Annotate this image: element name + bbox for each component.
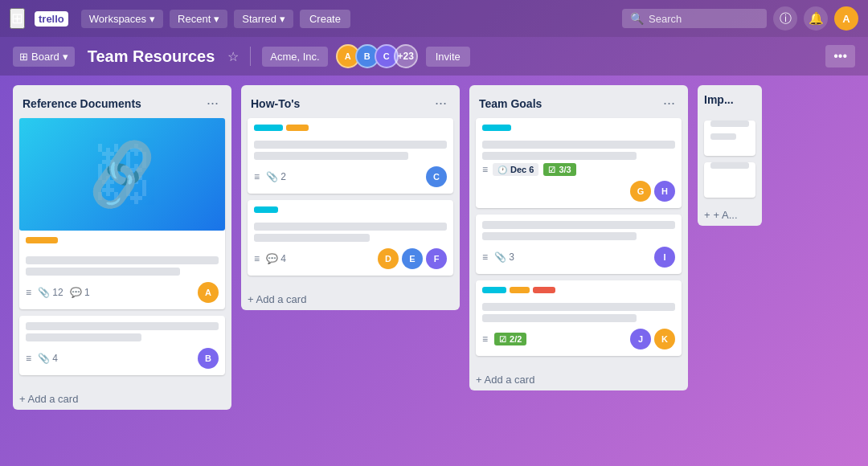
grid-icon[interactable]: ⊞ (10, 8, 25, 29)
card-date-badge-5: 🕐 Dec 6 (493, 163, 538, 176)
notifications-button[interactable]: 🔔 (804, 6, 828, 31)
board-area: Reference Documents ··· ⛓ 🔗 ≡ 📎 12 (0, 76, 868, 466)
card-avatars-row-5: G H (482, 181, 675, 202)
plus-icon-partial: + (704, 209, 710, 221)
card-meta-7: ≡ ☑ 2/2 J K (482, 329, 675, 350)
member-count[interactable]: +23 (394, 44, 418, 68)
card-description-icon-6: ≡ (482, 251, 488, 263)
column-body-team-goals: ≡ 🕐 Dec 6 ☑ 3/3 G H (469, 118, 688, 369)
column-menu-team-goals[interactable]: ··· (660, 93, 678, 113)
column-reference-documents: Reference Documents ··· ⛓ 🔗 ≡ 📎 12 (13, 85, 231, 410)
card-meta-left-1: ≡ 📎 12 💬 1 (26, 287, 90, 298)
column-menu-ref-docs[interactable]: ··· (203, 93, 222, 113)
workspace-button[interactable]: Acme, Inc. (262, 47, 327, 67)
card-avatar-1[interactable]: A (198, 282, 219, 303)
card-meta-6: ≡ 📎 3 I (482, 247, 675, 268)
column-header-team-goals: Team Goals ··· (469, 85, 688, 118)
column-body-how-tos: ≡ 📎 2 C ≡ 💬 4 (241, 118, 460, 288)
card-meta-3: ≡ 📎 2 C (254, 166, 447, 187)
partial-line-1a (710, 121, 749, 127)
column-menu-how-tos[interactable]: ··· (432, 93, 450, 113)
column-title-how-tos: How-To's (251, 97, 300, 110)
card-title-line-3a (254, 141, 447, 149)
card-description-icon-4: ≡ (254, 253, 260, 264)
card-badges-5: ≡ 🕐 Dec 6 ☑ 3/3 (482, 163, 675, 176)
card-avatar-2[interactable]: B (198, 348, 219, 369)
partial-add-card[interactable]: + + A... (698, 204, 762, 226)
card-avatar-4c[interactable]: F (426, 248, 447, 269)
card-title-line-3b (254, 152, 408, 160)
card-title-line-1b (26, 268, 180, 276)
more-options-button[interactable]: ••• (825, 45, 855, 67)
card-4[interactable]: ≡ 💬 4 D E F (248, 200, 453, 276)
card-label-red-7 (533, 287, 555, 293)
partial-card-1[interactable] (704, 121, 755, 156)
card-title-line-4a (254, 223, 447, 231)
search-bar[interactable]: 🔍 Search (622, 9, 767, 28)
card-meta-1: ≡ 📎 12 💬 1 A (26, 282, 219, 303)
card-avatars-5: G H (630, 181, 675, 202)
board-title: Team Resources (83, 47, 220, 66)
recent-menu[interactable]: Recent ▾ (170, 10, 227, 28)
card-meta-2: ≡ 📎 4 B (26, 348, 219, 369)
partial-line-1b (710, 133, 736, 140)
board-view-icon: ⊞ (19, 51, 28, 63)
search-label: Search (649, 13, 682, 25)
add-card-ref-docs[interactable]: + Add a card (13, 388, 231, 410)
card-avatar-4a[interactable]: D (378, 248, 399, 269)
card-avatar-5b[interactable]: H (654, 181, 675, 202)
workspaces-menu[interactable]: Workspaces ▾ (81, 10, 163, 28)
card-6[interactable]: ≡ 📎 3 I (476, 215, 682, 274)
card-title-line-7b (482, 314, 637, 322)
card-3[interactable]: ≡ 📎 2 C (248, 118, 453, 194)
column-title-ref-docs: Reference Documents (23, 97, 141, 110)
card-meta-4: ≡ 💬 4 D E F (254, 248, 447, 269)
card-avatar-3[interactable]: C (426, 166, 447, 187)
card-5[interactable]: ≡ 🕐 Dec 6 ☑ 3/3 G H (476, 118, 682, 208)
search-icon: 🔍 (630, 12, 644, 25)
card-avatar-4b[interactable]: E (402, 248, 423, 269)
card-avatar-6[interactable]: I (654, 247, 675, 268)
card-label-yellow (26, 237, 58, 243)
invite-button[interactable]: Invite (426, 47, 470, 67)
user-avatar[interactable]: A (834, 6, 858, 31)
app-logo[interactable]: trello (35, 11, 68, 27)
card-attachments-2: 📎 4 (38, 353, 58, 364)
card-label-orange-7 (510, 287, 530, 293)
card-title-line-1a (26, 256, 219, 264)
board-bar: ⊞ Board ▾ Team Resources ☆ Acme, Inc. A … (0, 37, 868, 76)
card-comments-4: 💬 4 (266, 253, 286, 264)
column-header-ref-docs: Reference Documents ··· (13, 85, 231, 118)
create-button[interactable]: Create (300, 10, 350, 28)
top-nav: ⊞ trello Workspaces ▾ Recent ▾ Starred ▾… (0, 0, 868, 37)
card-description-icon-5: ≡ (482, 164, 488, 175)
card-avatar-7a[interactable]: J (630, 329, 651, 350)
card-7[interactable]: ≡ ☑ 2/2 J K (476, 280, 682, 356)
card-avatar-5a[interactable]: G (630, 181, 651, 202)
card-title-line-6a (482, 221, 675, 229)
card-meta-left-7: ≡ ☑ 2/2 (482, 333, 526, 345)
star-button[interactable]: ☆ (227, 49, 239, 64)
column-team-goals: Team Goals ··· ≡ 🕐 Dec 6 ☑ (469, 85, 688, 390)
card-title-line-2a (26, 322, 219, 330)
card-2[interactable]: ≡ 📎 4 B (19, 316, 225, 375)
card-comments-1: 💬 1 (70, 287, 90, 298)
card-avatars-4: D E F (378, 248, 447, 269)
card-avatar-7b[interactable]: K (654, 329, 675, 350)
add-card-team-goals[interactable]: + Add a card (469, 369, 688, 390)
info-button[interactable]: ⓘ (773, 6, 797, 31)
card-title-line-5b (482, 152, 637, 160)
card-avatars-7: J K (630, 329, 675, 350)
card-1[interactable]: ⛓ 🔗 ≡ 📎 12 💬 1 A (19, 118, 225, 309)
sidebar-toggle[interactable]: ⊞ Board ▾ (13, 47, 75, 67)
card-meta-left-2: ≡ 📎 4 (26, 353, 58, 364)
add-card-how-tos[interactable]: + Add a card (241, 288, 460, 310)
card-description-icon-3: ≡ (254, 171, 260, 182)
card-description-icon-7: ≡ (482, 333, 488, 345)
card-attachments-1: 📎 12 (38, 287, 63, 298)
card-meta-left-6: ≡ 📎 3 (482, 251, 514, 263)
starred-menu[interactable]: Starred ▾ (234, 10, 293, 28)
partial-card-2[interactable] (704, 162, 755, 198)
cover-link-icon: 🔗 (80, 134, 163, 214)
column-partial-imp: Imp... + + A... (698, 85, 762, 226)
